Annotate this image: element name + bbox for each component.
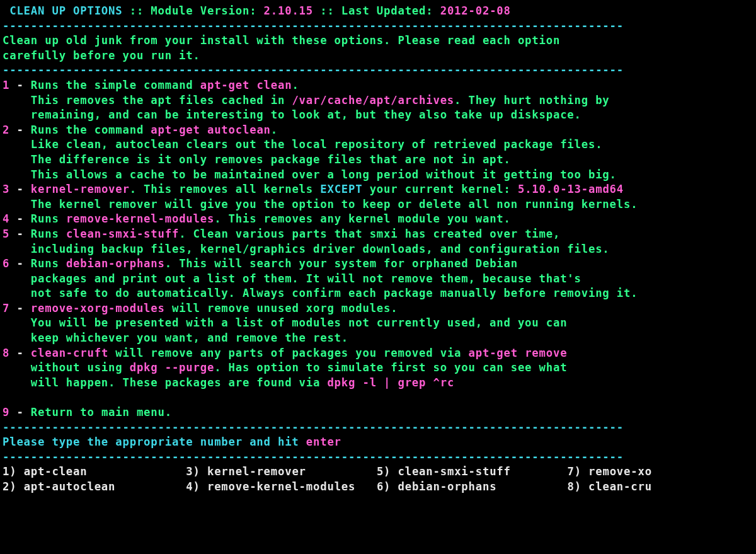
menu-num-6: 6 xyxy=(3,257,9,270)
prompt-text: Please type the appropriate number and h… xyxy=(3,436,306,448)
choice-2[interactable]: 2) apt-autoclean xyxy=(3,480,115,493)
last-updated: 2012-02-08 xyxy=(440,4,511,17)
choice-8[interactable]: 8) clean-cru xyxy=(567,480,651,493)
choice-7[interactable]: 7) remove-xo xyxy=(567,465,651,478)
menu-num-9: 9 xyxy=(3,406,9,418)
cmd-kernel-remover: kernel-remover xyxy=(31,183,130,195)
divider: ----------------------------------------… xyxy=(3,451,624,463)
module-version: 2.10.15 xyxy=(264,4,313,17)
divider: ----------------------------------------… xyxy=(3,20,624,32)
cmd-apt-get-remove: apt-get remove xyxy=(469,347,568,359)
kernel-version: 5.10.0-13-amd64 xyxy=(518,183,624,195)
cmd-clean-smxi-stuff: clean-smxi-stuff xyxy=(66,228,179,240)
terminal-output[interactable]: CLEAN UP OPTIONS :: Module Version: 2.10… xyxy=(0,0,756,499)
cmd-apt-get-autoclean: apt-get autoclean xyxy=(151,124,270,136)
choice-4[interactable]: 4) remove-kernel-modules xyxy=(186,480,355,493)
menu-num-3: 3 xyxy=(3,183,9,195)
header-title: CLEAN UP OPTIONS xyxy=(3,4,130,17)
cmd-apt-get-clean: apt-get clean xyxy=(200,79,292,91)
choice-3[interactable]: 3) kernel-remover xyxy=(186,465,306,478)
cmd-remove-kernel-modules: remove-kernel-modules xyxy=(66,212,214,225)
menu-num-2: 2 xyxy=(3,124,9,136)
cmd-dpkg-grep: dpkg -l | grep ^rc xyxy=(327,376,454,389)
return-text: Return to main menu. xyxy=(31,406,172,418)
divider: ----------------------------------------… xyxy=(3,64,624,76)
choice-5[interactable]: 5) clean-smxi-stuff xyxy=(377,465,511,478)
menu-num-1: 1 xyxy=(3,79,9,91)
cmd-remove-xorg-modules: remove-xorg-modules xyxy=(31,302,165,315)
path-apt-archives: /var/cache/apt/archives xyxy=(292,94,454,107)
divider: ----------------------------------------… xyxy=(3,421,624,434)
cmd-dpkg-purge: dpkg --purge xyxy=(130,361,214,374)
menu-num-8: 8 xyxy=(3,347,9,359)
intro-text: Clean up old junk from your install with… xyxy=(3,34,560,47)
enter-key: enter xyxy=(306,436,341,448)
choice-1[interactable]: 1) apt-clean xyxy=(3,465,87,478)
menu-num-7: 7 xyxy=(3,302,9,315)
cmd-debian-orphans: debian-orphans xyxy=(66,257,165,270)
menu-num-4: 4 xyxy=(3,212,9,225)
menu-num-5: 5 xyxy=(3,228,9,240)
choice-6[interactable]: 6) debian-orphans xyxy=(377,480,497,493)
except-label: EXCEPT xyxy=(320,183,362,195)
cmd-clean-cruft: clean-cruft xyxy=(31,347,108,359)
